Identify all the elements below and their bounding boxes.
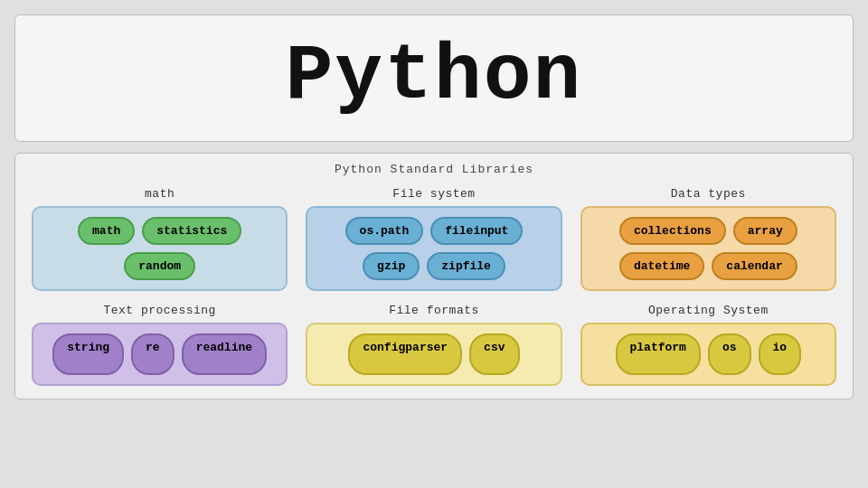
category-label-operatingsystem: Operating System xyxy=(648,304,769,317)
python-title: Python xyxy=(286,32,583,121)
pill-array: array xyxy=(733,217,797,245)
pill-os-path: os.path xyxy=(345,217,424,245)
categories-grid: mathmathstatisticsrandomFile systemos.pa… xyxy=(32,187,836,386)
category-label-math: math xyxy=(145,187,175,201)
title-panel: Python xyxy=(14,14,854,142)
category-box-datatypes: collectionsarraydatetimecalendar xyxy=(580,206,836,291)
pill-collections: collections xyxy=(619,217,726,245)
pill-math: math xyxy=(78,217,135,245)
category-operatingsystem: Operating Systemplatformosio xyxy=(580,304,836,386)
pill-zipfile: zipfile xyxy=(427,252,505,280)
category-filesystem: File systemos.pathfileinputgzipzipfile xyxy=(306,187,561,291)
category-box-filesystem: os.pathfileinputgzipzipfile xyxy=(306,206,561,291)
category-box-fileformats: configparsercsv xyxy=(306,323,561,386)
pill-readline: readline xyxy=(182,333,267,375)
category-box-math: mathstatisticsrandom xyxy=(32,206,288,291)
category-label-datatypes: Data types xyxy=(671,187,746,201)
pill-os: os xyxy=(708,333,751,375)
pill-string: string xyxy=(52,333,124,375)
libraries-panel: Python Standard Libraries mathmathstatis… xyxy=(14,153,854,399)
category-label-textprocessing: Text processing xyxy=(103,304,216,317)
category-label-fileformats: File formats xyxy=(389,304,479,317)
pill-fileinput: fileinput xyxy=(430,217,523,245)
pill-gzip: gzip xyxy=(363,252,420,280)
pill-csv: csv xyxy=(469,333,519,375)
category-fileformats: File formatsconfigparsercsv xyxy=(306,304,561,386)
pill-configparser: configparser xyxy=(348,333,462,375)
category-textprocessing: Text processingstringrereadline xyxy=(32,304,288,386)
category-math: mathmathstatisticsrandom xyxy=(32,187,288,291)
pill-io: io xyxy=(759,333,802,375)
category-datatypes: Data typescollectionsarraydatetimecalend… xyxy=(580,187,836,291)
pill-statistics: statistics xyxy=(142,217,241,245)
category-box-textprocessing: stringrereadline xyxy=(32,323,288,386)
category-label-filesystem: File system xyxy=(392,187,475,201)
pill-re: re xyxy=(131,333,175,375)
pill-platform: platform xyxy=(616,333,701,375)
panel-subtitle: Python Standard Libraries xyxy=(32,163,836,176)
category-box-operatingsystem: platformosio xyxy=(580,323,836,386)
pill-datetime: datetime xyxy=(619,252,704,280)
pill-calendar: calendar xyxy=(712,252,797,280)
pill-random: random xyxy=(124,252,195,280)
